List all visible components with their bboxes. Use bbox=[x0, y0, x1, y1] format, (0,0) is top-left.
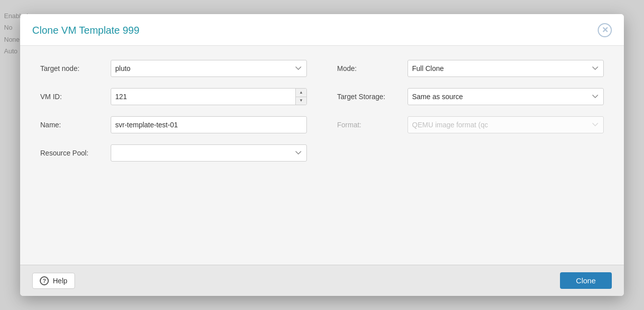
vm-id-decrement-button[interactable]: ▼ bbox=[296, 97, 306, 105]
close-button[interactable]: ✕ bbox=[598, 23, 612, 37]
dialog-body: Target node: pluto VM ID: ▲ bbox=[20, 46, 624, 265]
vm-id-spinner: ▲ ▼ bbox=[111, 88, 307, 105]
resource-pool-select[interactable] bbox=[111, 144, 307, 162]
vm-id-spinner-buttons: ▲ ▼ bbox=[295, 89, 306, 105]
name-input[interactable] bbox=[111, 116, 307, 133]
spinner-up-icon: ▲ bbox=[299, 91, 303, 95]
vm-id-label: VM ID: bbox=[40, 93, 111, 101]
mode-label: Mode: bbox=[337, 64, 408, 72]
vm-id-row: VM ID: ▲ ▼ bbox=[40, 88, 307, 105]
target-node-row: Target node: pluto bbox=[40, 60, 307, 77]
dialog-header: Clone VM Template 999 ✕ bbox=[20, 14, 624, 46]
vm-id-increment-button[interactable]: ▲ bbox=[296, 89, 306, 97]
target-node-label: Target node: bbox=[40, 64, 111, 72]
clone-label: Clone bbox=[576, 276, 596, 285]
target-node-select[interactable]: pluto bbox=[111, 60, 307, 77]
format-label: Format: bbox=[337, 121, 408, 129]
dialog-title: Clone VM Template 999 bbox=[32, 25, 139, 36]
resource-pool-label: Resource Pool: bbox=[40, 149, 111, 157]
target-storage-select[interactable]: Same as source bbox=[408, 88, 604, 105]
left-column: Target node: pluto VM ID: ▲ bbox=[40, 60, 307, 173]
help-button[interactable]: ? Help bbox=[32, 273, 75, 289]
vm-id-input[interactable] bbox=[111, 88, 307, 105]
format-select: QEMU image format (qc bbox=[408, 116, 604, 133]
clone-button[interactable]: Clone bbox=[560, 272, 612, 289]
dialog-footer: ? Help Clone bbox=[20, 265, 624, 296]
spinner-down-icon: ▼ bbox=[299, 99, 303, 103]
right-column: Mode: Full Clone Linked Clone Target Sto… bbox=[337, 60, 604, 173]
format-row: Format: QEMU image format (qc bbox=[337, 116, 604, 133]
target-storage-label: Target Storage: bbox=[337, 93, 408, 101]
clone-vm-dialog: Clone VM Template 999 ✕ Target node: plu… bbox=[20, 14, 624, 296]
resource-pool-row: Resource Pool: bbox=[40, 144, 307, 162]
dialog-overlay: Clone VM Template 999 ✕ Target node: plu… bbox=[0, 0, 644, 310]
name-row: Name: bbox=[40, 116, 307, 133]
close-icon: ✕ bbox=[602, 26, 608, 34]
help-label: Help bbox=[53, 277, 67, 285]
help-icon: ? bbox=[40, 276, 49, 285]
mode-select[interactable]: Full Clone Linked Clone bbox=[408, 60, 604, 77]
target-storage-row: Target Storage: Same as source bbox=[337, 88, 604, 105]
name-label: Name: bbox=[40, 121, 111, 129]
mode-row: Mode: Full Clone Linked Clone bbox=[337, 60, 604, 77]
